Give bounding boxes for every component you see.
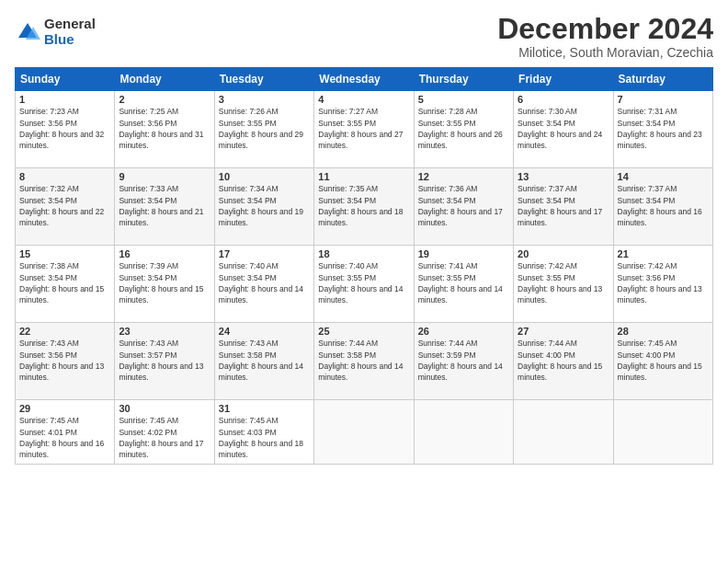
day-number: 11 <box>318 171 409 182</box>
day-info: Sunrise: 7:44 AMSunset: 3:58 PMDaylight:… <box>318 338 409 383</box>
calendar-cell: 11Sunrise: 7:35 AMSunset: 3:54 PMDayligh… <box>314 168 414 246</box>
day-info: Sunrise: 7:27 AMSunset: 3:55 PMDaylight:… <box>318 106 409 151</box>
calendar-cell: 4Sunrise: 7:27 AMSunset: 3:55 PMDaylight… <box>314 91 414 168</box>
day-number: 18 <box>318 248 409 259</box>
day-number: 8 <box>19 171 110 182</box>
weekday-header-monday: Monday <box>115 68 214 91</box>
weekday-header-wednesday: Wednesday <box>314 68 414 91</box>
calendar-week-row: 8Sunrise: 7:32 AMSunset: 3:54 PMDaylight… <box>16 168 713 246</box>
calendar-cell: 6Sunrise: 7:30 AMSunset: 3:54 PMDaylight… <box>514 91 613 168</box>
page: General Blue December 2024 Milotice, Sou… <box>0 0 728 563</box>
day-info: Sunrise: 7:40 AMSunset: 3:55 PMDaylight:… <box>318 260 409 305</box>
day-number: 9 <box>119 171 210 182</box>
calendar-cell: 14Sunrise: 7:37 AMSunset: 3:54 PMDayligh… <box>613 168 712 246</box>
day-number: 21 <box>618 248 709 259</box>
day-number: 29 <box>19 403 110 414</box>
calendar-cell <box>314 400 414 465</box>
calendar-cell: 10Sunrise: 7:34 AMSunset: 3:54 PMDayligh… <box>214 168 313 246</box>
day-number: 23 <box>119 326 210 337</box>
day-info: Sunrise: 7:40 AMSunset: 3:54 PMDaylight:… <box>219 260 310 305</box>
calendar-cell <box>514 400 613 465</box>
day-info: Sunrise: 7:36 AMSunset: 3:54 PMDaylight:… <box>418 183 509 228</box>
calendar-cell: 17Sunrise: 7:40 AMSunset: 3:54 PMDayligh… <box>214 246 313 323</box>
day-number: 19 <box>418 248 509 259</box>
day-info: Sunrise: 7:43 AMSunset: 3:57 PMDaylight:… <box>119 338 210 383</box>
day-info: Sunrise: 7:43 AMSunset: 3:56 PMDaylight:… <box>19 338 110 383</box>
calendar-cell: 31Sunrise: 7:45 AMSunset: 4:03 PMDayligh… <box>214 400 313 465</box>
calendar-cell: 18Sunrise: 7:40 AMSunset: 3:55 PMDayligh… <box>314 246 414 323</box>
calendar-cell: 8Sunrise: 7:32 AMSunset: 3:54 PMDaylight… <box>16 168 115 246</box>
day-number: 17 <box>219 248 310 259</box>
calendar-cell: 2Sunrise: 7:25 AMSunset: 3:56 PMDaylight… <box>115 91 214 168</box>
logo-blue-text: Blue <box>44 32 96 48</box>
day-info: Sunrise: 7:26 AMSunset: 3:55 PMDaylight:… <box>219 106 310 151</box>
calendar-week-row: 1Sunrise: 7:23 AMSunset: 3:56 PMDaylight… <box>16 91 713 168</box>
calendar-cell: 13Sunrise: 7:37 AMSunset: 3:54 PMDayligh… <box>514 168 613 246</box>
calendar-cell: 30Sunrise: 7:45 AMSunset: 4:02 PMDayligh… <box>115 400 214 465</box>
day-number: 20 <box>518 248 609 259</box>
day-info: Sunrise: 7:45 AMSunset: 4:01 PMDaylight:… <box>19 415 110 460</box>
day-number: 5 <box>418 94 509 105</box>
day-info: Sunrise: 7:44 AMSunset: 3:59 PMDaylight:… <box>418 338 509 383</box>
logo-general-text: General <box>44 17 96 32</box>
day-number: 6 <box>518 94 609 105</box>
calendar-cell: 27Sunrise: 7:44 AMSunset: 4:00 PMDayligh… <box>514 323 613 400</box>
weekday-header-row: SundayMondayTuesdayWednesdayThursdayFrid… <box>16 68 713 91</box>
day-number: 2 <box>119 94 210 105</box>
weekday-header-tuesday: Tuesday <box>214 68 313 91</box>
calendar-cell: 19Sunrise: 7:41 AMSunset: 3:55 PMDayligh… <box>414 246 513 323</box>
day-info: Sunrise: 7:44 AMSunset: 4:00 PMDaylight:… <box>518 338 609 383</box>
day-info: Sunrise: 7:33 AMSunset: 3:54 PMDaylight:… <box>119 183 210 228</box>
calendar-cell: 20Sunrise: 7:42 AMSunset: 3:55 PMDayligh… <box>514 246 613 323</box>
day-info: Sunrise: 7:35 AMSunset: 3:54 PMDaylight:… <box>318 183 409 228</box>
day-number: 25 <box>318 326 409 337</box>
day-info: Sunrise: 7:45 AMSunset: 4:00 PMDaylight:… <box>618 338 709 383</box>
month-title: December 2024 <box>497 13 713 45</box>
subtitle: Milotice, South Moravian, Czechia <box>497 45 713 60</box>
day-info: Sunrise: 7:42 AMSunset: 3:56 PMDaylight:… <box>618 260 709 305</box>
calendar-cell: 3Sunrise: 7:26 AMSunset: 3:55 PMDaylight… <box>214 91 313 168</box>
day-number: 30 <box>119 403 210 414</box>
day-number: 13 <box>518 171 609 182</box>
day-info: Sunrise: 7:37 AMSunset: 3:54 PMDaylight:… <box>618 183 709 228</box>
calendar-cell: 15Sunrise: 7:38 AMSunset: 3:54 PMDayligh… <box>16 246 115 323</box>
day-number: 7 <box>618 94 709 105</box>
logo: General Blue <box>15 17 96 47</box>
calendar-cell: 16Sunrise: 7:39 AMSunset: 3:54 PMDayligh… <box>115 246 214 323</box>
day-number: 22 <box>19 326 110 337</box>
header: General Blue December 2024 Milotice, Sou… <box>15 13 713 60</box>
calendar-cell: 24Sunrise: 7:43 AMSunset: 3:58 PMDayligh… <box>214 323 313 400</box>
weekday-header-thursday: Thursday <box>414 68 513 91</box>
weekday-header-friday: Friday <box>514 68 613 91</box>
day-number: 1 <box>19 94 110 105</box>
day-number: 16 <box>119 248 210 259</box>
day-number: 3 <box>219 94 310 105</box>
day-info: Sunrise: 7:39 AMSunset: 3:54 PMDaylight:… <box>119 260 210 305</box>
weekday-header-saturday: Saturday <box>613 68 712 91</box>
day-number: 28 <box>618 326 709 337</box>
day-info: Sunrise: 7:43 AMSunset: 3:58 PMDaylight:… <box>219 338 310 383</box>
day-info: Sunrise: 7:31 AMSunset: 3:54 PMDaylight:… <box>618 106 709 151</box>
day-number: 31 <box>219 403 310 414</box>
calendar-cell <box>613 400 712 465</box>
calendar-cell: 25Sunrise: 7:44 AMSunset: 3:58 PMDayligh… <box>314 323 414 400</box>
day-info: Sunrise: 7:30 AMSunset: 3:54 PMDaylight:… <box>518 106 609 151</box>
calendar-cell: 29Sunrise: 7:45 AMSunset: 4:01 PMDayligh… <box>16 400 115 465</box>
day-number: 12 <box>418 171 509 182</box>
day-info: Sunrise: 7:41 AMSunset: 3:55 PMDaylight:… <box>418 260 509 305</box>
calendar-cell: 5Sunrise: 7:28 AMSunset: 3:55 PMDaylight… <box>414 91 513 168</box>
calendar-week-row: 29Sunrise: 7:45 AMSunset: 4:01 PMDayligh… <box>16 400 713 465</box>
day-number: 4 <box>318 94 409 105</box>
day-info: Sunrise: 7:42 AMSunset: 3:55 PMDaylight:… <box>518 260 609 305</box>
calendar-week-row: 22Sunrise: 7:43 AMSunset: 3:56 PMDayligh… <box>16 323 713 400</box>
calendar-cell: 1Sunrise: 7:23 AMSunset: 3:56 PMDaylight… <box>16 91 115 168</box>
calendar-cell: 9Sunrise: 7:33 AMSunset: 3:54 PMDaylight… <box>115 168 214 246</box>
weekday-header-sunday: Sunday <box>16 68 115 91</box>
day-info: Sunrise: 7:23 AMSunset: 3:56 PMDaylight:… <box>19 106 110 151</box>
day-number: 27 <box>518 326 609 337</box>
calendar-cell: 12Sunrise: 7:36 AMSunset: 3:54 PMDayligh… <box>414 168 513 246</box>
calendar-cell: 22Sunrise: 7:43 AMSunset: 3:56 PMDayligh… <box>16 323 115 400</box>
day-info: Sunrise: 7:38 AMSunset: 3:54 PMDaylight:… <box>19 260 110 305</box>
title-block: December 2024 Milotice, South Moravian, … <box>497 13 713 60</box>
calendar-cell: 23Sunrise: 7:43 AMSunset: 3:57 PMDayligh… <box>115 323 214 400</box>
